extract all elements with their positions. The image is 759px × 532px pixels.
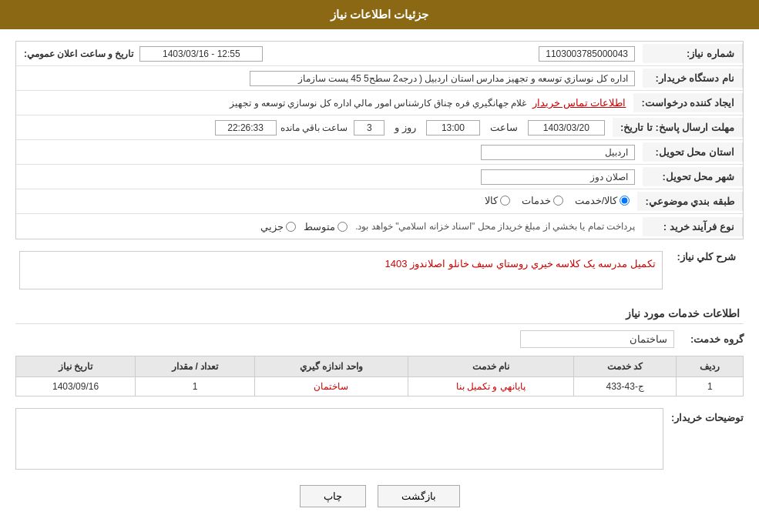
row-ostan: استان محل تحويل: اردبيل	[16, 140, 743, 165]
radio-kala-khadamat-input[interactable]	[620, 196, 630, 206]
radio-jozee-input[interactable]	[286, 222, 296, 232]
group-row: گروه خدمت: ساختمان	[15, 330, 744, 348]
row-shahr: شهر محل تحويل: اصلان دوز	[16, 165, 743, 189]
services-section-title: اطلاعات خدمات مورد نياز	[15, 301, 744, 324]
radio-kala-khadamat[interactable]: کالا/خدمت	[575, 195, 630, 206]
table-body: 1 ج-43-433 پايانهي و تکميل بنا ساختمان 1…	[16, 377, 744, 396]
contact-link[interactable]: اطلاعات تماس خريدار	[532, 97, 626, 109]
print-button[interactable]: چاپ	[300, 485, 366, 507]
announce-date-box: 1403/03/16 - 12:55	[139, 46, 263, 62]
description-label: توضيحات خريدار:	[671, 408, 744, 423]
time-remaining-group: ساعت باقي مانده 22:26:33	[215, 120, 348, 136]
row-mohlat: مهلت ارسال پاسخ: تا تاريخ: 1403/03/20 سا…	[16, 115, 743, 140]
page-title: جزئيات اطلاعات نياز	[331, 8, 428, 21]
cell-radif: 1	[677, 377, 744, 396]
ijad-konande-value: اطلاعات تماس خريدار غلام جهانگيري فره چن…	[16, 93, 633, 112]
page-header: جزئيات اطلاعات نياز	[0, 0, 759, 29]
shahr-label: شهر محل تحويل:	[643, 167, 743, 186]
row-tabaqeh: طبقه بندي موضوعي: کالا/خدمت خدمات	[16, 189, 743, 214]
mohlat-roz-label: روز و	[395, 122, 416, 133]
sharh-row: شرح کلي نياز: تکميل مدرسه يک کلاسه خيري …	[15, 247, 744, 293]
shomara-box: 1103003785000043	[539, 46, 635, 62]
noe-farayand-values: پرداخت تمام يا بخشي از مبلغ خريداز محل "…	[16, 217, 643, 236]
tabaqeh-radios: کالا/خدمت خدمات کالا	[16, 191, 637, 212]
shahr-box: اصلان دوز	[481, 169, 635, 185]
shomara-value: 1103003785000043	[382, 42, 643, 65]
tabaqeh-label: طبقه بندي موضوعي:	[637, 192, 743, 211]
ostan-box: اردبيل	[481, 145, 635, 160]
mohlat-label: مهلت ارسال پاسخ: تا تاريخ:	[613, 118, 743, 137]
group-label: گروه خدمت:	[674, 333, 744, 345]
mohlat-roz-box: 3	[354, 120, 385, 136]
cell-name: پايانهي و تکميل بنا	[408, 377, 573, 396]
time-remaining-box: 22:26:33	[215, 120, 277, 136]
group-value: ساختمان	[520, 330, 674, 348]
sharh-table: شرح کلي نياز: تکميل مدرسه يک کلاسه خيري …	[15, 247, 744, 293]
sharh-text: تکميل مدرسه يک کلاسه خيري روستاي سيف خان…	[385, 258, 656, 269]
radio-jozee[interactable]: جزيي	[260, 221, 296, 233]
row-noe-farayand: نوع فرآيند خريد : پرداخت تمام يا بخشي از…	[16, 214, 743, 239]
name-dastgah-box: اداره کل نوسازي توسعه و تجهيز مدارس استا…	[250, 71, 635, 86]
mohlat-saat-box: 13:00	[426, 120, 480, 136]
radio-kala-input[interactable]	[500, 196, 510, 206]
sharh-box: تکميل مدرسه يک کلاسه خيري روستاي سيف خان…	[19, 251, 663, 289]
name-dastgah-value: اداره کل نوسازي توسعه و تجهيز مدارس استا…	[16, 67, 643, 90]
shomara-label: شماره نياز:	[643, 44, 743, 63]
cell-code: ج-43-433	[573, 377, 677, 396]
mohlat-date-box: 1403/03/20	[528, 120, 605, 136]
buttons-row: بازگشت چاپ	[15, 485, 744, 507]
name-dastgah-label: نام دستگاه خريدار:	[643, 69, 743, 88]
col-name: نام خدمت	[408, 356, 573, 377]
announce-date-label: تاريخ و ساعت اعلان عمومي:	[24, 49, 133, 59]
radio-motavaset-label: متوسط	[304, 221, 335, 233]
radio-kala-label: کالا	[485, 195, 498, 206]
radio-khadamat[interactable]: خدمات	[522, 195, 563, 206]
radio-motavaset[interactable]: متوسط	[304, 221, 348, 233]
description-textarea[interactable]	[15, 408, 663, 470]
sharh-label: شرح کلي نياز:	[667, 247, 744, 293]
sharh-value-cell: تکميل مدرسه يک کلاسه خيري روستاي سيف خان…	[15, 247, 667, 293]
mohlat-values: 1403/03/20 ساعت 13:00 روز و 3 ساعت باقي …	[16, 116, 613, 139]
row-shomara-announce: شماره نياز: 1103003785000043 1403/03/16 …	[16, 42, 743, 66]
col-code: کد خدمت	[573, 356, 677, 377]
noe-farayand-label: نوع فرآيند خريد :	[643, 217, 743, 236]
radio-kala-khadamat-label: کالا/خدمت	[575, 195, 618, 206]
process-row: پرداخت تمام يا بخشي از مبلغ خريداز محل "…	[24, 221, 635, 233]
desc-row: توضيحات خريدار:	[15, 408, 744, 470]
services-table: رديف کد خدمت نام خدمت واحد اندازه گيري ت…	[15, 356, 744, 396]
row-name-dastgah: نام دستگاه خريدار: اداره کل نوسازي توسعه…	[16, 66, 743, 91]
table-row: 1 ج-43-433 پايانهي و تکميل بنا ساختمان 1…	[16, 377, 744, 396]
ijad-konande-text: غلام جهانگيري فره چناق كارشناس امور مالي…	[230, 98, 526, 109]
col-vahed: واحد اندازه گيري	[255, 356, 408, 377]
table-header-row: رديف کد خدمت نام خدمت واحد اندازه گيري ت…	[16, 356, 744, 377]
services-table-section: رديف کد خدمت نام خدمت واحد اندازه گيري ت…	[15, 356, 744, 396]
col-radif: رديف	[677, 356, 744, 377]
radio-khadamat-label: خدمات	[522, 195, 551, 206]
radio-motavaset-input[interactable]	[338, 222, 348, 232]
announce-date-group: 1403/03/16 - 12:55 تاريخ و ساعت اعلان عم…	[16, 42, 382, 65]
back-button[interactable]: بازگشت	[378, 485, 460, 507]
radio-kala[interactable]: کالا	[485, 195, 510, 206]
col-tarikh: تاريخ نياز	[16, 356, 136, 377]
shahr-value: اصلان دوز	[16, 166, 643, 189]
main-content: شماره نياز: 1103003785000043 1403/03/16 …	[0, 29, 759, 530]
time-remaining-label: ساعت باقي مانده	[280, 122, 348, 133]
mohlat-saat-label: ساعت	[490, 122, 518, 133]
row-ijad-konande: ايجاد كننده درخواست: اطلاعات تماس خريدار…	[16, 91, 743, 115]
ijad-konande-label: ايجاد كننده درخواست:	[633, 93, 743, 112]
cell-tedad: 1	[136, 377, 255, 396]
tabaqeh-radio-group: کالا/خدمت خدمات کالا	[485, 195, 630, 206]
radio-khadamat-input[interactable]	[553, 196, 563, 206]
farayand-text: پرداخت تمام يا بخشي از مبلغ خريداز محل "…	[355, 221, 635, 232]
sharh-section: شرح کلي نياز: تکميل مدرسه يک کلاسه خيري …	[15, 247, 744, 293]
ostan-value: اردبيل	[16, 141, 643, 164]
cell-vahed: ساختمان	[255, 377, 408, 396]
cell-tarikh: 1403/09/16	[16, 377, 136, 396]
ostan-label: استان محل تحويل:	[643, 142, 743, 162]
description-section: توضيحات خريدار:	[15, 408, 744, 470]
page-wrapper: جزئيات اطلاعات نياز شماره نياز: 11030037…	[0, 0, 759, 532]
radio-jozee-label: جزيي	[260, 221, 284, 233]
table-head: رديف کد خدمت نام خدمت واحد اندازه گيري ت…	[16, 356, 744, 377]
info-section: شماره نياز: 1103003785000043 1403/03/16 …	[15, 41, 744, 239]
col-tedad: تعداد / مقدار	[136, 356, 255, 377]
